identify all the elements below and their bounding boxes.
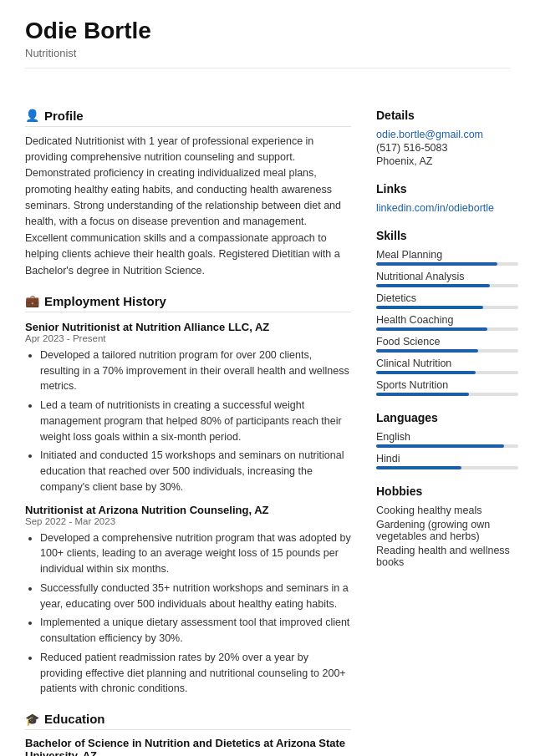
education-section-title: 🎓 Education [25,712,351,730]
skill-bar-fill-4 [376,349,478,353]
edu-0-title: Bachelor of Science in Nutrition and Die… [25,737,351,756]
education-section: 🎓 Education Bachelor of Science in Nutri… [25,712,351,756]
languages-title: Languages [376,411,518,424]
job-0-bullets: Developed a tailored nutrition program f… [25,348,351,495]
details-phone: (517) 516-5083 [376,142,518,154]
skill-3: Health Coaching [376,314,518,331]
skill-5: Clinical Nutrition [376,358,518,374]
profile-text: Dedicated Nutritionist with 1 year of pr… [25,134,351,279]
bullet: Developed a comprehensive nutrition prog… [40,530,351,577]
lang-bar-bg-0 [376,444,518,448]
bullet: Reduced patient readmission rates by 20%… [40,650,351,697]
details-email[interactable]: odie.bortle@gmail.com [376,129,518,140]
lang-0: English [376,431,518,448]
education-icon: 🎓 [25,713,39,726]
skill-bar-bg-2 [376,306,518,309]
bullet: Led a team of nutritionists in creating … [40,398,351,444]
skill-bar-fill-2 [376,306,483,309]
skill-1: Nutritional Analysis [376,271,518,287]
skill-bar-fill-6 [376,393,469,396]
skill-2: Dietetics [376,292,518,309]
hobbies-title: Hobbies [376,485,518,498]
skill-bar-bg-0 [376,262,518,266]
candidate-title: Nutritionist [25,47,510,59]
job-1-title: Nutritionist at Arizona Nutrition Counse… [25,504,351,516]
resume-header: Odie Bortle Nutritionist [0,0,535,68]
job-1-bullets: Developed a comprehensive nutrition prog… [25,530,351,698]
lang-bar-bg-1 [376,466,518,469]
links-title: Links [376,182,518,195]
hobby-0: Cooking healthy meals [376,505,518,516]
employment-section: 💼 Employment History Senior Nutritionist… [25,294,351,697]
profile-section: 👤 Profile Dedicated Nutritionist with 1 … [25,109,351,279]
employment-section-title: 💼 Employment History [25,294,351,312]
skill-6: Sports Nutrition [376,379,518,396]
linkedin-link[interactable]: linkedin.com/in/odiebortle [376,202,518,214]
links-section: Links linkedin.com/in/odiebortle [376,182,518,214]
hobby-1: Gardening (growing own vegetables and he… [376,519,518,542]
bullet: Successfully conducted 35+ nutrition wor… [40,581,351,612]
hobby-2: Reading health and wellness books [376,545,518,568]
bullet: Implemented a unique dietary assessment … [40,615,351,647]
job-1-date: Sep 2022 - Mar 2023 [25,516,351,526]
profile-icon: 👤 [25,109,39,122]
skill-bar-bg-6 [376,393,518,396]
skill-bar-bg-5 [376,371,518,374]
details-title: Details [376,109,518,122]
skill-bar-bg-3 [376,327,518,331]
lang-bar-fill-1 [376,466,461,469]
bullet: Developed a tailored nutrition program f… [40,348,351,394]
lang-1: Hindi [376,453,518,469]
employment-icon: 💼 [25,294,39,307]
job-0-date: Apr 2023 - Present [25,333,351,343]
job-1: Nutritionist at Arizona Nutrition Counse… [25,504,351,698]
skills-section: Skills Meal Planning Nutritional Analysi… [376,229,518,396]
lang-bar-fill-0 [376,444,504,448]
right-column: Details odie.bortle@gmail.com (517) 516-… [368,94,535,756]
hobbies-section: Hobbies Cooking healthy meals Gardening … [376,485,518,568]
languages-section: Languages English Hindi [376,411,518,469]
skill-bar-fill-0 [376,262,497,266]
skill-0: Meal Planning [376,249,518,266]
profile-section-title: 👤 Profile [25,109,351,127]
skill-bar-bg-4 [376,349,518,353]
job-0-title: Senior Nutritionist at Nutrition Allianc… [25,321,351,333]
skill-bar-fill-3 [376,327,487,331]
skill-4: Food Science [376,336,518,353]
skills-title: Skills [376,229,518,242]
skill-bar-fill-5 [376,371,476,374]
candidate-name: Odie Bortle [25,17,510,45]
edu-item-0: Bachelor of Science in Nutrition and Die… [25,737,351,756]
job-0: Senior Nutritionist at Nutrition Allianc… [25,321,351,495]
details-section: Details odie.bortle@gmail.com (517) 516-… [376,109,518,167]
skill-bar-fill-1 [376,284,490,287]
skill-bar-bg-1 [376,284,518,287]
bullet: Initiated and conducted 15 workshops and… [40,448,351,495]
left-column: 👤 Profile Dedicated Nutritionist with 1 … [0,94,368,756]
details-location: Phoenix, AZ [376,155,518,167]
